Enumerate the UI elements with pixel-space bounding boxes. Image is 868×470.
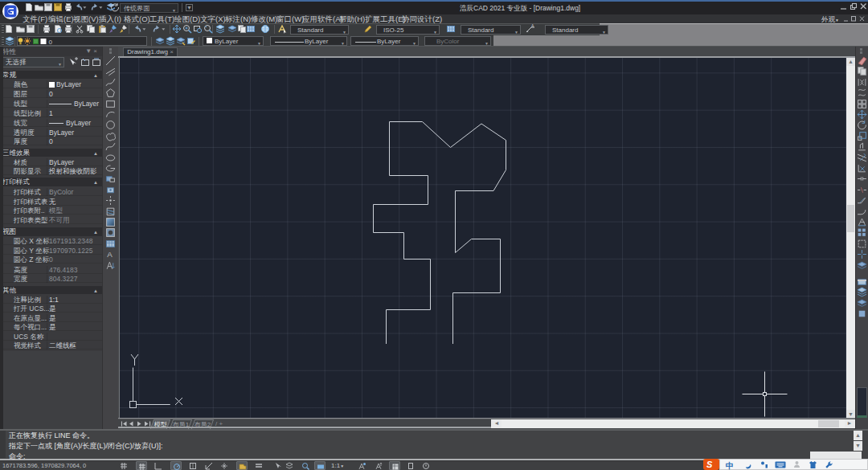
svg-text:0: 0 xyxy=(49,39,53,46)
svg-text:A: A xyxy=(107,250,113,259)
